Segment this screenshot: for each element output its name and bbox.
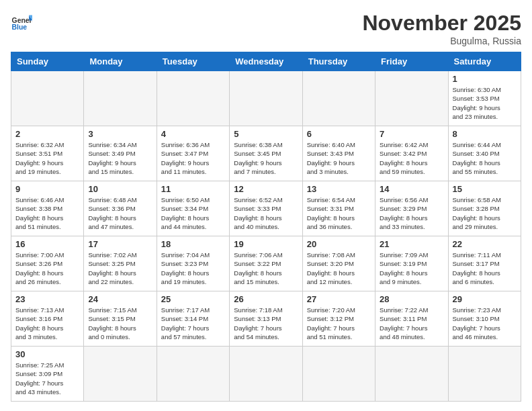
day-number: 26	[234, 294, 298, 304]
calendar-cell: 22Sunrise: 7:11 AM Sunset: 3:17 PM Dayli…	[448, 236, 521, 291]
day-header-thursday: Thursday	[302, 52, 375, 71]
day-number: 3	[88, 129, 152, 139]
calendar-cell: 12Sunrise: 6:52 AM Sunset: 3:33 PM Dayli…	[230, 181, 302, 236]
logo: General Blue	[11, 11, 32, 32]
calendar-cell: 29Sunrise: 7:23 AM Sunset: 3:10 PM Dayli…	[448, 291, 521, 347]
day-number: 27	[307, 294, 371, 304]
day-number: 23	[15, 294, 79, 304]
calendar-cell: 9Sunrise: 6:46 AM Sunset: 3:38 PM Daylig…	[11, 181, 84, 236]
calendar-cell: 18Sunrise: 7:04 AM Sunset: 3:23 PM Dayli…	[157, 236, 229, 291]
day-info: Sunrise: 6:38 AM Sunset: 3:45 PM Dayligh…	[234, 140, 298, 176]
day-info: Sunrise: 7:13 AM Sunset: 3:16 PM Dayligh…	[15, 306, 79, 341]
day-info: Sunrise: 6:44 AM Sunset: 3:40 PM Dayligh…	[453, 140, 517, 176]
svg-text:Blue: Blue	[12, 24, 28, 31]
calendar-cell: 19Sunrise: 7:06 AM Sunset: 3:22 PM Dayli…	[230, 236, 302, 291]
day-info: Sunrise: 6:40 AM Sunset: 3:43 PM Dayligh…	[307, 140, 371, 176]
day-number: 12	[234, 184, 298, 194]
day-info: Sunrise: 6:34 AM Sunset: 3:49 PM Dayligh…	[88, 140, 152, 176]
calendar-cell	[157, 71, 229, 126]
calendar-table: SundayMondayTuesdayWednesdayThursdayFrid…	[11, 52, 521, 402]
week-row-4: 16Sunrise: 7:00 AM Sunset: 3:26 PM Dayli…	[11, 236, 521, 291]
day-info: Sunrise: 7:25 AM Sunset: 3:09 PM Dayligh…	[15, 361, 79, 396]
day-info: Sunrise: 6:30 AM Sunset: 3:53 PM Dayligh…	[453, 85, 517, 121]
day-info: Sunrise: 6:54 AM Sunset: 3:31 PM Dayligh…	[307, 195, 371, 231]
week-row-5: 23Sunrise: 7:13 AM Sunset: 3:16 PM Dayli…	[11, 291, 521, 347]
calendar-cell: 26Sunrise: 7:18 AM Sunset: 3:13 PM Dayli…	[230, 291, 302, 347]
day-info: Sunrise: 7:08 AM Sunset: 3:20 PM Dayligh…	[307, 250, 371, 286]
day-header-saturday: Saturday	[448, 52, 521, 71]
calendar-cell: 23Sunrise: 7:13 AM Sunset: 3:16 PM Dayli…	[11, 291, 84, 347]
title-block: November 2025 Bugulma, Russia	[362, 11, 521, 46]
day-header-friday: Friday	[375, 52, 448, 71]
calendar-cell: 5Sunrise: 6:38 AM Sunset: 3:45 PM Daylig…	[230, 126, 302, 181]
location: Bugulma, Russia	[362, 36, 521, 46]
calendar-cell: 16Sunrise: 7:00 AM Sunset: 3:26 PM Dayli…	[11, 236, 84, 291]
day-header-tuesday: Tuesday	[157, 52, 229, 71]
day-info: Sunrise: 7:06 AM Sunset: 3:22 PM Dayligh…	[234, 250, 298, 286]
calendar-cell: 10Sunrise: 6:48 AM Sunset: 3:36 PM Dayli…	[84, 181, 157, 236]
day-info: Sunrise: 7:20 AM Sunset: 3:12 PM Dayligh…	[307, 306, 371, 341]
day-number: 13	[307, 184, 371, 194]
day-info: Sunrise: 6:36 AM Sunset: 3:47 PM Dayligh…	[161, 140, 225, 176]
day-header-sunday: Sunday	[11, 52, 84, 71]
day-info: Sunrise: 7:18 AM Sunset: 3:13 PM Dayligh…	[234, 306, 298, 341]
calendar-cell: 20Sunrise: 7:08 AM Sunset: 3:20 PM Dayli…	[302, 236, 375, 291]
day-info: Sunrise: 7:02 AM Sunset: 3:25 PM Dayligh…	[88, 250, 152, 286]
calendar-cell	[302, 347, 375, 402]
day-number: 19	[234, 239, 298, 249]
day-number: 2	[15, 129, 79, 139]
calendar-cell: 27Sunrise: 7:20 AM Sunset: 3:12 PM Dayli…	[302, 291, 375, 347]
day-number: 1	[453, 74, 517, 84]
day-header-monday: Monday	[84, 52, 157, 71]
day-info: Sunrise: 6:32 AM Sunset: 3:51 PM Dayligh…	[15, 140, 79, 176]
day-info: Sunrise: 6:56 AM Sunset: 3:29 PM Dayligh…	[380, 195, 443, 231]
day-info: Sunrise: 6:48 AM Sunset: 3:36 PM Dayligh…	[88, 195, 152, 231]
calendar-cell: 21Sunrise: 7:09 AM Sunset: 3:19 PM Dayli…	[375, 236, 448, 291]
day-info: Sunrise: 7:04 AM Sunset: 3:23 PM Dayligh…	[161, 250, 225, 286]
day-info: Sunrise: 7:22 AM Sunset: 3:11 PM Dayligh…	[380, 306, 443, 341]
calendar-header-row: SundayMondayTuesdayWednesdayThursdayFrid…	[11, 52, 521, 71]
day-number: 16	[15, 239, 79, 249]
day-number: 25	[161, 294, 225, 304]
day-info: Sunrise: 7:09 AM Sunset: 3:19 PM Dayligh…	[380, 250, 443, 286]
day-info: Sunrise: 7:00 AM Sunset: 3:26 PM Dayligh…	[15, 250, 79, 286]
day-number: 8	[453, 129, 517, 139]
day-number: 24	[88, 294, 152, 304]
day-number: 4	[161, 129, 225, 139]
calendar-cell: 28Sunrise: 7:22 AM Sunset: 3:11 PM Dayli…	[375, 291, 448, 347]
day-info: Sunrise: 6:58 AM Sunset: 3:28 PM Dayligh…	[453, 195, 517, 231]
calendar-cell: 6Sunrise: 6:40 AM Sunset: 3:43 PM Daylig…	[302, 126, 375, 181]
day-number: 20	[307, 239, 371, 249]
calendar-cell: 2Sunrise: 6:32 AM Sunset: 3:51 PM Daylig…	[11, 126, 84, 181]
calendar-cell: 14Sunrise: 6:56 AM Sunset: 3:29 PM Dayli…	[375, 181, 448, 236]
day-number: 21	[380, 239, 443, 249]
calendar-cell	[11, 71, 84, 126]
week-row-1: 1Sunrise: 6:30 AM Sunset: 3:53 PM Daylig…	[11, 71, 521, 126]
calendar-cell: 11Sunrise: 6:50 AM Sunset: 3:34 PM Dayli…	[157, 181, 229, 236]
calendar-cell: 1Sunrise: 6:30 AM Sunset: 3:53 PM Daylig…	[448, 71, 521, 126]
day-info: Sunrise: 6:42 AM Sunset: 3:42 PM Dayligh…	[380, 140, 443, 176]
calendar-cell	[448, 347, 521, 402]
calendar-cell	[375, 71, 448, 126]
day-header-wednesday: Wednesday	[230, 52, 302, 71]
calendar-cell: 3Sunrise: 6:34 AM Sunset: 3:49 PM Daylig…	[84, 126, 157, 181]
day-number: 22	[453, 239, 517, 249]
calendar-cell	[157, 347, 229, 402]
week-row-6: 30Sunrise: 7:25 AM Sunset: 3:09 PM Dayli…	[11, 347, 521, 402]
day-info: Sunrise: 6:50 AM Sunset: 3:34 PM Dayligh…	[161, 195, 225, 231]
calendar-cell	[84, 71, 157, 126]
calendar-cell: 8Sunrise: 6:44 AM Sunset: 3:40 PM Daylig…	[448, 126, 521, 181]
page-header: General Blue November 2025 Bugulma, Russ…	[11, 11, 521, 46]
day-number: 7	[380, 129, 443, 139]
day-number: 17	[88, 239, 152, 249]
day-number: 18	[161, 239, 225, 249]
day-number: 29	[453, 294, 517, 304]
day-info: Sunrise: 7:11 AM Sunset: 3:17 PM Dayligh…	[453, 250, 517, 286]
calendar-cell: 15Sunrise: 6:58 AM Sunset: 3:28 PM Dayli…	[448, 181, 521, 236]
day-number: 11	[161, 184, 225, 194]
calendar-cell: 13Sunrise: 6:54 AM Sunset: 3:31 PM Dayli…	[302, 181, 375, 236]
day-number: 15	[453, 184, 517, 194]
day-info: Sunrise: 6:46 AM Sunset: 3:38 PM Dayligh…	[15, 195, 79, 231]
calendar-cell: 25Sunrise: 7:17 AM Sunset: 3:14 PM Dayli…	[157, 291, 229, 347]
day-number: 28	[380, 294, 443, 304]
